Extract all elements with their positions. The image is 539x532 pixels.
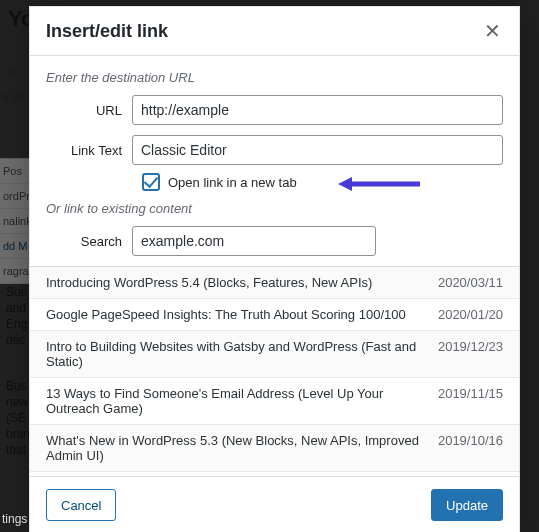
result-item[interactable]: Introducing WordPress 5.4 (Blocks, Featu… <box>30 267 519 299</box>
existing-content-hint: Or link to existing content <box>46 201 503 216</box>
close-button[interactable]: ✕ <box>478 17 507 45</box>
bg-footer: tings <box>2 512 27 526</box>
cancel-button[interactable]: Cancel <box>46 489 116 521</box>
result-item[interactable]: Intro to Building Websites with Gatsby a… <box>30 331 519 378</box>
destination-url-hint: Enter the destination URL <box>46 70 503 85</box>
search-input[interactable] <box>132 226 376 256</box>
result-item[interactable]: 13 Ways to Find Someone's Email Address … <box>30 378 519 425</box>
linktext-input[interactable] <box>132 135 503 165</box>
annotation-arrow-icon <box>338 175 420 193</box>
url-label: URL <box>46 103 132 118</box>
result-date: 2019/12/23 <box>438 339 503 369</box>
open-new-tab-row: Open link in a new tab <box>142 173 503 191</box>
close-icon: ✕ <box>484 20 501 42</box>
search-label: Search <box>46 234 132 249</box>
result-item[interactable]: Google PageSpeed Insights: The Truth Abo… <box>30 299 519 331</box>
result-title: What's New in WordPress 5.3 (New Blocks,… <box>46 433 426 463</box>
result-title: Introducing WordPress 5.4 (Blocks, Featu… <box>46 275 426 290</box>
result-title: Intro to Building Websites with Gatsby a… <box>46 339 426 369</box>
svg-marker-1 <box>338 177 352 191</box>
search-row: Search <box>46 226 503 256</box>
url-row: URL <box>46 95 503 125</box>
result-title: Google PageSpeed Insights: The Truth Abo… <box>46 307 426 322</box>
result-title: 13 Ways to Find Someone's Email Address … <box>46 386 426 416</box>
result-date: 2019/11/15 <box>438 386 503 416</box>
open-new-tab-label: Open link in a new tab <box>168 175 297 190</box>
insert-link-dialog: Insert/edit link ✕ Enter the destination… <box>29 6 520 532</box>
linktext-label: Link Text <box>46 143 132 158</box>
linktext-row: Link Text <box>46 135 503 165</box>
result-date: 2020/01/20 <box>438 307 503 322</box>
dialog-title: Insert/edit link <box>46 21 168 42</box>
result-item[interactable]: What's New in WordPress 5.3 (New Blocks,… <box>30 425 519 472</box>
result-date: 2019/10/16 <box>438 433 503 463</box>
url-input[interactable] <box>132 95 503 125</box>
search-results: Introducing WordPress 5.4 (Blocks, Featu… <box>30 266 519 472</box>
dialog-footer: Cancel Update <box>30 476 519 532</box>
dialog-header: Insert/edit link ✕ <box>30 7 519 56</box>
result-date: 2020/03/11 <box>438 275 503 290</box>
open-new-tab-checkbox[interactable] <box>142 173 160 191</box>
update-button[interactable]: Update <box>431 489 503 521</box>
